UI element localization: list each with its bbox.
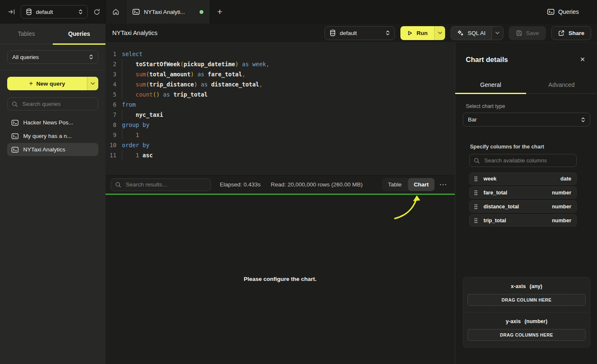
- annotation-arrow: [388, 195, 424, 222]
- y-axis-section: y-axis (number) DRAG COLUMNS HERE: [463, 312, 590, 347]
- query-title: NYTaxi Analytics: [112, 30, 157, 36]
- share-button[interactable]: Share: [551, 26, 591, 40]
- code-line[interactable]: 3 sum(total_amount) as fare_total,: [105, 69, 455, 79]
- chart-column-row[interactable]: fare_totalnumber: [469, 186, 577, 199]
- home-icon: [112, 8, 119, 15]
- query-terminal-icon: [11, 133, 19, 139]
- column-type: date: [560, 176, 571, 182]
- view-chart-button[interactable]: Chart: [408, 178, 435, 191]
- drag-handle-icon[interactable]: [474, 190, 478, 196]
- sidebar: Tables Queries All queries + New query: [0, 24, 105, 364]
- chevron-down-icon: [91, 82, 95, 85]
- play-icon: [407, 30, 413, 36]
- search-icon: [474, 158, 480, 164]
- chart-column-row[interactable]: weekdate: [469, 173, 577, 185]
- panel-header: Chart details ✕: [455, 43, 597, 76]
- code-line[interactable]: 1select: [105, 49, 455, 59]
- queries-button[interactable]: Queries: [545, 8, 581, 16]
- workspace-row: 1select2 toStartOfWeek(pickup_datetime) …: [105, 43, 597, 364]
- x-axis-hint: (any): [529, 283, 542, 289]
- query-filter-value: All queries: [12, 54, 85, 60]
- panel-body: Select chart type Bar Specify columns fo…: [455, 94, 597, 364]
- code-line[interactable]: 7 nyc_taxi: [105, 110, 455, 120]
- tab-general[interactable]: General: [455, 76, 526, 93]
- line-number: 6: [105, 100, 116, 110]
- y-axis-drop-zone[interactable]: DRAG COLUMNS HERE: [467, 329, 586, 341]
- results-search-input[interactable]: [125, 181, 206, 188]
- tab-nytaxi-analytics[interactable]: NYTaxi Analyti...: [126, 0, 210, 24]
- code-text: nyc_taxi: [122, 110, 163, 120]
- query-search-input[interactable]: [22, 100, 94, 108]
- column-type: number: [552, 218, 571, 224]
- code-line[interactable]: 9 1: [105, 130, 455, 140]
- sidebar-query-item[interactable]: NYTaxi Analytics: [7, 143, 98, 156]
- collapse-sidebar-icon[interactable]: [8, 8, 15, 15]
- chart-preview-area: Please configure the chart.: [105, 195, 455, 364]
- sidebar-body: All queries + New query: [0, 44, 105, 156]
- sparkle-icon: [457, 30, 464, 36]
- topbar: default NYTaxi Analyti... + Queries: [0, 0, 597, 24]
- query-toolbar: NYTaxi Analytics default Run: [105, 24, 597, 43]
- columns-group-label: Specify columns for the chart: [470, 144, 577, 150]
- view-toggle: Table Chart: [382, 178, 435, 191]
- save-icon: [516, 30, 522, 36]
- database-selector-value: default: [36, 9, 75, 15]
- tab-queries[interactable]: Queries: [53, 24, 105, 44]
- panel-tabs: General Advanced: [455, 76, 597, 94]
- tab-tables[interactable]: Tables: [0, 24, 53, 44]
- sql-ai-split-button: SQL AI: [451, 26, 503, 40]
- chart-column-row[interactable]: trip_totalnumber: [469, 214, 577, 226]
- x-axis-drop-zone[interactable]: DRAG COLUMN HERE: [467, 294, 586, 306]
- drag-handle-icon[interactable]: [474, 218, 478, 224]
- chart-column-row[interactable]: distance_totalnumber: [469, 200, 577, 213]
- code-line[interactable]: 2 toStartOfWeek(pickup_datetime) as week…: [105, 59, 455, 69]
- run-button[interactable]: Run: [400, 26, 434, 40]
- refresh-icon[interactable]: [93, 8, 100, 16]
- code-line[interactable]: 5 count() as trip_total: [105, 89, 455, 100]
- code-text: 1 asc: [122, 150, 153, 160]
- sql-editor[interactable]: 1select2 toStartOfWeek(pickup_datetime) …: [105, 43, 455, 175]
- code-line[interactable]: 8group by: [105, 120, 455, 130]
- sidebar-query-item[interactable]: My query has a n...: [7, 129, 98, 143]
- drag-handle-icon[interactable]: [474, 176, 478, 182]
- run-dropdown-button[interactable]: [434, 26, 445, 40]
- sql-ai-dropdown-button[interactable]: [492, 27, 503, 40]
- code-line[interactable]: 4 sum(trip_distance) as distance_total,: [105, 79, 455, 89]
- query-terminal-icon: [11, 147, 19, 153]
- run-button-label: Run: [416, 30, 427, 36]
- search-icon: [115, 182, 121, 188]
- code-line[interactable]: 6from: [105, 100, 455, 110]
- query-search-box: [7, 97, 98, 111]
- sql-ai-button[interactable]: SQL AI: [451, 27, 491, 40]
- sidebar-query-item[interactable]: Hacker News Pos...: [7, 116, 98, 129]
- columns-group: Specify columns for the chart weekdatefa…: [469, 144, 577, 228]
- query-filter-select[interactable]: All queries: [7, 50, 98, 64]
- editor-column: 1select2 toStartOfWeek(pickup_datetime) …: [105, 43, 455, 364]
- tab-home[interactable]: [105, 0, 126, 24]
- new-tab-button[interactable]: +: [210, 0, 230, 24]
- tab-advanced[interactable]: Advanced: [526, 76, 597, 93]
- chart-type-select[interactable]: Bar: [463, 113, 590, 127]
- code-line[interactable]: 10order by: [105, 140, 455, 150]
- code-text: count() as trip_total: [122, 89, 208, 100]
- results-toolbar: Elapsed: 0.433s Read: 20,000,000 rows (2…: [105, 175, 455, 194]
- view-table-button[interactable]: Table: [382, 178, 408, 191]
- database-selector-main[interactable]: default: [324, 26, 395, 40]
- query-item-label: NYTaxi Analytics: [23, 146, 65, 153]
- close-icon[interactable]: ✕: [580, 56, 585, 63]
- column-name: week: [484, 176, 497, 182]
- drag-handle-icon[interactable]: [474, 204, 478, 210]
- new-query-split-button: + New query: [7, 77, 98, 90]
- save-button[interactable]: Save: [509, 26, 546, 40]
- columns-search-input[interactable]: [484, 157, 572, 164]
- column-type: number: [552, 204, 571, 210]
- code-line[interactable]: 11 1 asc: [105, 150, 455, 160]
- database-icon: [26, 8, 32, 15]
- new-query-dropdown-button[interactable]: [87, 77, 98, 90]
- database-selector-top[interactable]: default: [21, 5, 88, 19]
- columns-search-box: [469, 154, 577, 167]
- main-column: NYTaxi Analytics default Run: [105, 24, 597, 364]
- new-query-button[interactable]: + New query: [7, 77, 87, 90]
- more-options-icon[interactable]: ···: [440, 181, 447, 188]
- plus-icon: +: [29, 80, 33, 87]
